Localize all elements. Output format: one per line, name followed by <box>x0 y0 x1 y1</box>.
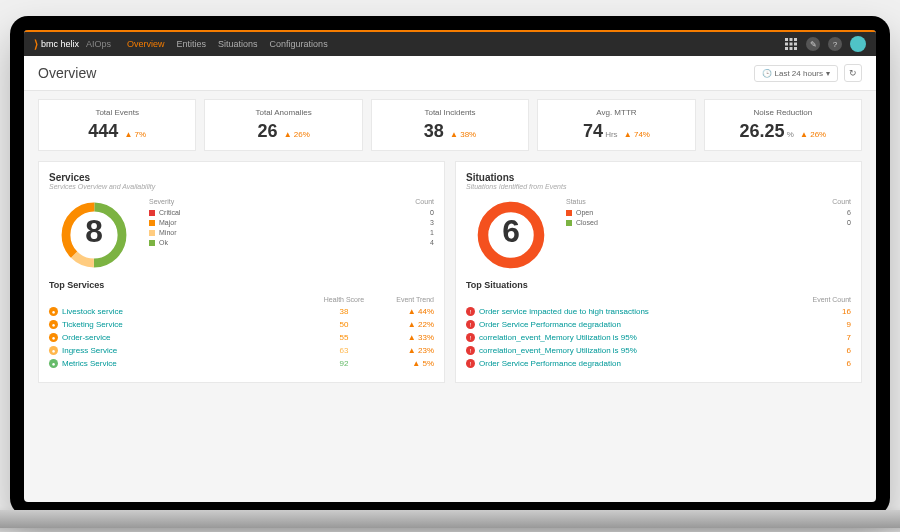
status-icon: ! <box>466 307 475 316</box>
status-icon: ● <box>49 359 58 368</box>
status-icon: ● <box>49 320 58 329</box>
situation-link[interactable]: Order Service Performance degradation <box>479 359 791 368</box>
table-row: !Order Service Performance degradation6 <box>466 359 851 368</box>
status-icon: ! <box>466 346 475 355</box>
col-name <box>466 296 791 303</box>
legend-count: 0 <box>847 219 851 226</box>
help-icon[interactable]: ? <box>828 37 842 51</box>
services-panel: Services Services Overview and Availabil… <box>38 161 445 383</box>
brand-logo-icon: ⟩ <box>34 38 38 51</box>
table-row: ●Ingress Service63▲ 23% <box>49 346 434 355</box>
services-title: Services <box>49 172 434 183</box>
legend-header-left: Status <box>566 198 586 205</box>
status-icon: ! <box>466 359 475 368</box>
kpi-value: 38 <box>424 121 444 141</box>
table-row: !Order service impacted due to high tran… <box>466 307 851 316</box>
services-subtitle: Services Overview and Availability <box>49 183 434 190</box>
status-icon: ● <box>49 333 58 342</box>
refresh-button[interactable]: ↻ <box>844 64 862 82</box>
situation-link[interactable]: correlation_event_Memory Utilization is … <box>479 333 791 342</box>
kpi-label: Total Events <box>47 108 187 117</box>
kpi-delta: ▲ 26% <box>281 130 309 139</box>
service-link[interactable]: Metrics Service <box>62 359 314 368</box>
table-row: ●Metrics Service92▲ 5% <box>49 359 434 368</box>
situations-title: Situations <box>466 172 851 183</box>
nav-entities[interactable]: Entities <box>177 39 207 49</box>
situation-link[interactable]: correlation_event_Memory Utilization is … <box>479 346 791 355</box>
legend-label: Major <box>159 219 177 226</box>
situations-subtitle: Situations Identified from Events <box>466 183 851 190</box>
legend-swatch-icon <box>149 240 155 246</box>
event-trend: ▲ 33% <box>374 333 434 342</box>
service-link[interactable]: Livestock service <box>62 307 314 316</box>
svg-rect-6 <box>785 47 788 50</box>
legend-label: Closed <box>576 219 598 226</box>
health-score: 55 <box>314 333 374 342</box>
kpi-delta: ▲ 74% <box>622 130 650 139</box>
situations-donut-value: 6 <box>502 213 520 249</box>
health-score: 92 <box>314 359 374 368</box>
topbar: ⟩ bmc helix AIOps OverviewEntitiesSituat… <box>24 30 876 56</box>
legend-count: 1 <box>430 229 434 236</box>
kpi-unit: % <box>784 130 793 139</box>
svg-rect-8 <box>794 47 797 50</box>
legend-swatch-icon <box>566 210 572 216</box>
health-score: 38 <box>314 307 374 316</box>
event-count: 6 <box>791 346 851 355</box>
compass-icon[interactable]: ✎ <box>806 37 820 51</box>
svg-rect-1 <box>790 38 793 41</box>
legend-row: Closed0 <box>566 219 851 226</box>
table-row: ●Livestock service38▲ 44% <box>49 307 434 316</box>
table-row: !correlation_event_Memory Utilization is… <box>466 346 851 355</box>
service-link[interactable]: Ingress Service <box>62 346 314 355</box>
col-event-count: Event Count <box>791 296 851 303</box>
top-services-title: Top Services <box>49 280 434 290</box>
topbar-icons: ✎ ? <box>784 36 866 52</box>
service-link[interactable]: Ticketing Service <box>62 320 314 329</box>
services-donut: 8 <box>49 198 139 272</box>
services-legend: SeverityCount Critical0Major3Minor1Ok4 <box>149 198 434 249</box>
screen: ⟩ bmc helix AIOps OverviewEntitiesSituat… <box>24 30 876 502</box>
time-range-selector[interactable]: 🕒 Last 24 hours ▾ <box>754 65 838 82</box>
avatar[interactable] <box>850 36 866 52</box>
table-row: !Order Service Performance degradation9 <box>466 320 851 329</box>
clock-icon: 🕒 <box>762 69 772 78</box>
brand: ⟩ bmc helix AIOps <box>34 38 111 51</box>
situations-table-header: Event Count <box>466 296 851 303</box>
service-link[interactable]: Order-service <box>62 333 314 342</box>
status-icon: ● <box>49 307 58 316</box>
content: Total Events444 ▲ 7%Total Anomalies26 ▲ … <box>24 91 876 502</box>
legend-row: Critical0 <box>149 209 434 216</box>
legend-count: 4 <box>430 239 434 246</box>
kpi-label: Total Incidents <box>380 108 520 117</box>
svg-rect-2 <box>794 38 797 41</box>
nav: OverviewEntitiesSituationsConfigurations <box>127 39 328 49</box>
nav-situations[interactable]: Situations <box>218 39 258 49</box>
legend-swatch-icon <box>149 210 155 216</box>
kpi-value: 444 <box>88 121 118 141</box>
nav-overview[interactable]: Overview <box>127 39 165 49</box>
nav-configurations[interactable]: Configurations <box>270 39 328 49</box>
legend-header-right: Count <box>832 198 851 205</box>
legend-swatch-icon <box>149 230 155 236</box>
legend-label: Ok <box>159 239 168 246</box>
status-icon: ! <box>466 333 475 342</box>
kpi-value: 74 <box>583 121 603 141</box>
situation-link[interactable]: Order Service Performance degradation <box>479 320 791 329</box>
situations-donut: 6 <box>466 198 556 272</box>
legend-row: Open6 <box>566 209 851 216</box>
kpi-value: 26 <box>257 121 277 141</box>
svg-rect-5 <box>794 43 797 46</box>
apps-grid-icon[interactable] <box>784 37 798 51</box>
legend-row: Minor1 <box>149 229 434 236</box>
svg-rect-7 <box>790 47 793 50</box>
event-trend: ▲ 44% <box>374 307 434 316</box>
legend-label: Open <box>576 209 593 216</box>
kpi-card: Total Incidents38 ▲ 38% <box>371 99 529 151</box>
kpi-label: Total Anomalies <box>213 108 353 117</box>
legend-swatch-icon <box>566 220 572 226</box>
kpi-unit: Hrs <box>603 130 618 139</box>
legend-swatch-icon <box>149 220 155 226</box>
kpi-delta: ▲ 7% <box>122 130 146 139</box>
situation-link[interactable]: Order service impacted due to high trans… <box>479 307 791 316</box>
